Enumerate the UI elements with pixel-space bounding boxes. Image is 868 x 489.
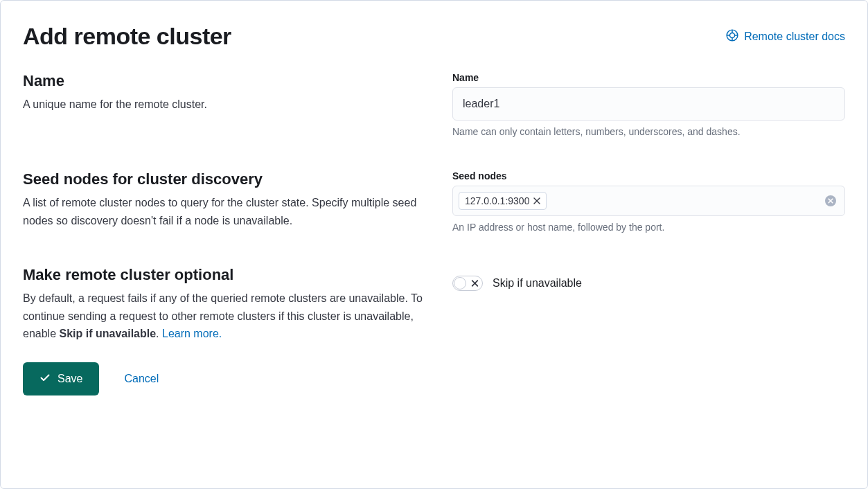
save-button[interactable]: Save <box>23 362 99 395</box>
seed-nodes-section: Seed nodes for cluster discovery A list … <box>23 170 845 233</box>
name-field-label: Name <box>452 72 845 83</box>
seed-nodes-section-title: Seed nodes for cluster discovery <box>23 170 425 188</box>
seed-nodes-help-text: An IP address or host name, followed by … <box>452 222 845 233</box>
save-button-label: Save <box>57 373 82 385</box>
toggle-label: Skip if unavailable <box>493 277 582 290</box>
header: Add remote cluster Remote cluster docs <box>23 23 845 50</box>
check-icon <box>39 372 51 386</box>
optional-section-description: By default, a request fails if any of th… <box>23 290 425 343</box>
seed-node-pill-label: 127.0.0.1:9300 <box>465 195 529 206</box>
name-section-title: Name <box>23 72 425 90</box>
seed-nodes-field-label: Seed nodes <box>452 170 845 181</box>
help-icon <box>726 29 738 44</box>
docs-link-label: Remote cluster docs <box>744 30 845 43</box>
skip-if-unavailable-toggle[interactable] <box>452 276 483 291</box>
seed-nodes-section-description: A list of remote cluster nodes to query … <box>23 194 425 229</box>
name-section: Name A unique name for the remote cluste… <box>23 72 845 137</box>
seed-node-pill: 127.0.0.1:9300 <box>459 192 547 210</box>
remote-cluster-docs-link[interactable]: Remote cluster docs <box>726 29 845 44</box>
learn-more-link[interactable]: Learn more. <box>162 328 222 339</box>
svg-point-1 <box>730 33 735 37</box>
form-actions: Save Cancel <box>23 362 845 395</box>
toggle-thumb <box>454 277 466 290</box>
optional-section-title: Make remote cluster optional <box>23 266 425 284</box>
name-input[interactable] <box>452 87 845 121</box>
close-icon <box>471 280 479 287</box>
remove-pill-icon[interactable] <box>533 197 540 204</box>
name-section-description: A unique name for the remote cluster. <box>23 96 425 114</box>
cancel-button[interactable]: Cancel <box>124 373 159 385</box>
add-remote-cluster-panel: Add remote cluster Remote cluster docs N… <box>0 0 868 489</box>
optional-section: Make remote cluster optional By default,… <box>23 266 845 343</box>
clear-all-icon[interactable] <box>825 195 839 206</box>
seed-nodes-combobox[interactable]: 127.0.0.1:9300 <box>452 186 845 216</box>
page-title: Add remote cluster <box>23 23 231 50</box>
name-help-text: Name can only contain letters, numbers, … <box>452 126 845 137</box>
